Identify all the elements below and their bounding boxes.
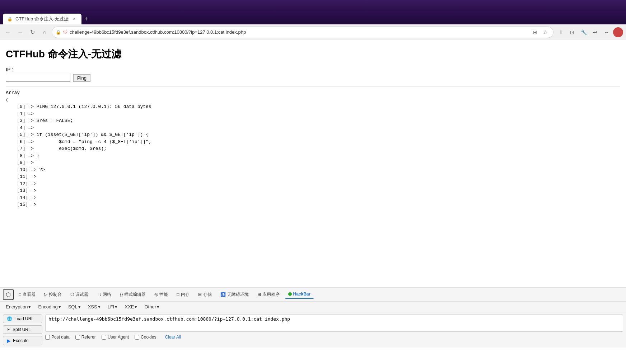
user-agent-label: User Agent bbox=[108, 335, 129, 340]
hackbar-body: 🌐 Load URL ✂ Split URL ▶ Execute Post da… bbox=[0, 312, 626, 348]
devtools-tab-performance[interactable]: ◎ 性能 bbox=[151, 290, 172, 299]
encoding-label: Encoding bbox=[38, 304, 57, 309]
hackbar-menu: Encryption ▾ Encoding ▾ SQL ▾ XSS ▾ LFI … bbox=[0, 302, 626, 312]
tab-bar: 🔒 CTFHub 命令注入-无过滤 × + bbox=[0, 11, 626, 24]
code-output: Array ( [0] => PING 127.0.0.1 (127.0.0.1… bbox=[6, 89, 620, 208]
referer-option[interactable]: Referer bbox=[75, 335, 96, 340]
post-data-checkbox[interactable] bbox=[45, 335, 50, 340]
extensions-button[interactable]: 🔧 bbox=[579, 27, 589, 37]
xss-label: XSS bbox=[88, 304, 97, 309]
ping-button[interactable]: Ping bbox=[73, 74, 90, 82]
encryption-label: Encryption bbox=[6, 304, 28, 309]
encoding-arrow-icon: ▾ bbox=[59, 304, 61, 309]
devtools-tab-debugger[interactable]: ⬡ 调试器 bbox=[67, 290, 92, 299]
hackbar-options: Post data Referer User Agent Cookies Cle… bbox=[45, 334, 623, 340]
hackbar-actions: 🌐 Load URL ✂ Split URL ▶ Execute bbox=[3, 315, 42, 345]
network-icon: ↑↓ bbox=[97, 292, 101, 297]
other-label: Other bbox=[144, 304, 156, 309]
memory-icon: □ bbox=[177, 292, 179, 297]
address-icons: ⊞ ☆ bbox=[531, 28, 550, 37]
sync-button[interactable]: ↔ bbox=[602, 27, 612, 37]
referer-checkbox[interactable] bbox=[75, 335, 80, 340]
divider bbox=[6, 86, 620, 86]
forward-button[interactable]: → bbox=[15, 27, 25, 37]
new-tab-button[interactable]: + bbox=[81, 15, 91, 23]
hackbar-lfi-menu[interactable]: LFI ▾ bbox=[105, 303, 121, 311]
xxe-arrow-icon: ▾ bbox=[135, 304, 137, 309]
cookies-label: Cookies bbox=[141, 335, 156, 340]
devtools-tab-inspector[interactable]: □ 查看器 bbox=[15, 290, 39, 299]
active-tab[interactable]: 🔒 CTFHub 命令注入-无过滤 × bbox=[3, 14, 81, 24]
hackbar-xss-menu[interactable]: XSS ▾ bbox=[85, 303, 103, 311]
cookies-option[interactable]: Cookies bbox=[135, 335, 156, 340]
reload-button[interactable]: ↻ bbox=[27, 27, 37, 37]
sql-label: SQL bbox=[68, 304, 78, 309]
cookies-checkbox[interactable] bbox=[135, 335, 139, 340]
back-button[interactable]: ← bbox=[3, 27, 13, 37]
execute-button[interactable]: ▶ Execute bbox=[3, 336, 42, 345]
bookmark-button[interactable]: ☆ bbox=[541, 28, 550, 37]
inspector-label: 查看器 bbox=[23, 292, 36, 298]
user-agent-checkbox[interactable] bbox=[102, 335, 106, 340]
navigation-bar: ← → ↻ ⌂ 🔒 🛡 ⊞ ☆ ⫴ ⊡ 🔧 ↩ ↔ bbox=[0, 24, 626, 40]
hackbar-sql-menu[interactable]: SQL ▾ bbox=[65, 303, 84, 311]
post-data-option[interactable]: Post data bbox=[45, 335, 70, 340]
storage-icon: ⊟ bbox=[198, 292, 202, 297]
library-button[interactable]: ⫴ bbox=[556, 27, 566, 37]
devtools-tab-network[interactable]: ↑↓ 网络 bbox=[93, 290, 115, 299]
devtools-tab-console[interactable]: ▷ 控制台 bbox=[41, 290, 65, 299]
style-editor-icon: {} bbox=[120, 292, 123, 297]
back2-button[interactable]: ↩ bbox=[590, 27, 600, 37]
devtools-tab-storage[interactable]: ⊟ 存储 bbox=[195, 290, 215, 299]
xss-arrow-icon: ▾ bbox=[98, 304, 101, 309]
application-label: 应用程序 bbox=[262, 292, 280, 298]
split-url-button[interactable]: ✂ Split URL bbox=[3, 325, 42, 334]
accessibility-icon: ♿ bbox=[220, 292, 226, 297]
hackbar-encoding-menu[interactable]: Encoding ▾ bbox=[35, 303, 64, 311]
browser-titlebar bbox=[0, 0, 626, 11]
page-title: CTFHub 命令注入-无过滤 bbox=[6, 47, 620, 61]
ip-form: Ping bbox=[6, 74, 620, 82]
inspector-icon: □ bbox=[19, 292, 21, 297]
lfi-arrow-icon: ▾ bbox=[115, 304, 117, 309]
other-arrow-icon: ▾ bbox=[157, 304, 159, 309]
hackbar-other-menu[interactable]: Other ▾ bbox=[141, 303, 162, 311]
hackbar-panel: Encryption ▾ Encoding ▾ SQL ▾ XSS ▾ LFI … bbox=[0, 301, 626, 348]
devtools-tab-memory[interactable]: □ 内存 bbox=[173, 290, 193, 299]
devtools-tab-hackbar[interactable]: HackBar bbox=[285, 290, 314, 299]
ip-label: IP : bbox=[6, 67, 620, 72]
address-bar[interactable]: 🔒 🛡 ⊞ ☆ bbox=[52, 27, 553, 38]
accessibility-label: 无障碍环境 bbox=[227, 292, 249, 298]
split-url-label: Split URL bbox=[13, 327, 31, 332]
hackbar-label: HackBar bbox=[293, 292, 311, 297]
ip-input[interactable] bbox=[6, 74, 70, 82]
devtools-inspector-icon[interactable]: ⬡ bbox=[3, 289, 14, 300]
load-url-icon: 🌐 bbox=[7, 316, 12, 321]
tab-title: CTFHub 命令注入-无过滤 bbox=[15, 16, 69, 22]
encryption-arrow-icon: ▾ bbox=[28, 304, 31, 309]
address-input[interactable] bbox=[70, 29, 529, 35]
reader-mode-button[interactable]: ⊞ bbox=[531, 28, 539, 37]
devtools-tab-accessibility[interactable]: ♿ 无障碍环境 bbox=[217, 290, 252, 299]
application-icon: ⊞ bbox=[257, 292, 261, 297]
hackbar-url-input[interactable] bbox=[45, 315, 623, 332]
lfi-label: LFI bbox=[108, 304, 115, 309]
tab-close-button[interactable]: × bbox=[71, 16, 77, 22]
hackbar-xxe-menu[interactable]: XXE ▾ bbox=[122, 303, 140, 311]
console-label: 控制台 bbox=[49, 292, 62, 298]
console-icon: ▷ bbox=[44, 292, 47, 297]
clear-all-button[interactable]: Clear All bbox=[165, 335, 181, 340]
split-view-button[interactable]: ⊡ bbox=[567, 27, 577, 37]
style-editor-label: 样式编辑器 bbox=[124, 292, 146, 298]
hackbar-encryption-menu[interactable]: Encryption ▾ bbox=[3, 303, 34, 311]
user-agent-option[interactable]: User Agent bbox=[102, 335, 129, 340]
devtools-tab-application[interactable]: ⊞ 应用程序 bbox=[254, 290, 283, 299]
account-avatar[interactable] bbox=[613, 27, 623, 37]
devtools-tab-style-editor[interactable]: {} 样式编辑器 bbox=[116, 290, 149, 299]
home-button[interactable]: ⌂ bbox=[39, 27, 50, 37]
load-url-button[interactable]: 🌐 Load URL bbox=[3, 315, 42, 323]
debugger-icon: ⬡ bbox=[70, 292, 74, 297]
hackbar-url-area: Post data Referer User Agent Cookies Cle… bbox=[45, 315, 623, 345]
execute-icon: ▶ bbox=[7, 338, 11, 344]
browser-toolbar-right: ⫴ ⊡ 🔧 ↩ ↔ bbox=[556, 27, 623, 37]
